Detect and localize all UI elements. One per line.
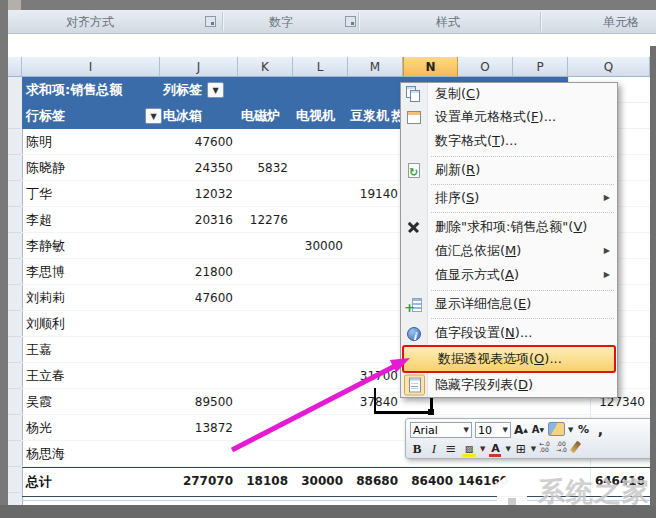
row-label[interactable]: 王立春 bbox=[22, 363, 160, 389]
menu-item-summarize-values-by[interactable]: 值汇总依据(M) bbox=[401, 239, 617, 263]
menu-item-number-format[interactable]: 数字格式(T)... bbox=[401, 129, 617, 153]
font-color-button[interactable]: A bbox=[488, 441, 502, 457]
cell-K[interactable] bbox=[238, 363, 293, 389]
cell-L[interactable] bbox=[293, 207, 348, 233]
center-align-button[interactable]: ≡ bbox=[444, 441, 458, 457]
accounting-format-button[interactable] bbox=[548, 422, 565, 438]
total-label[interactable]: 总计 bbox=[22, 468, 160, 495]
cell-M[interactable] bbox=[348, 415, 403, 441]
cell-M[interactable]: 19140 bbox=[348, 181, 403, 207]
decrease-decimal-button[interactable]: .00→.0 bbox=[556, 441, 570, 457]
row-label[interactable]: 李思博 bbox=[22, 259, 160, 285]
cell-M[interactable] bbox=[348, 337, 403, 363]
column-header-Q[interactable]: Q bbox=[568, 57, 650, 77]
cell-M[interactable] bbox=[348, 129, 403, 155]
cell-M[interactable] bbox=[348, 311, 403, 337]
italic-button[interactable]: I bbox=[427, 441, 441, 457]
cell-J[interactable]: 13872 bbox=[160, 415, 238, 441]
cell-J[interactable]: 12032 bbox=[160, 181, 238, 207]
dialog-launcher-icon[interactable] bbox=[205, 16, 216, 27]
cell-J[interactable] bbox=[160, 337, 238, 363]
row-label[interactable]: 陈晓静 bbox=[22, 155, 160, 181]
cell-K[interactable]: 12276 bbox=[238, 207, 293, 233]
cell-K[interactable] bbox=[238, 181, 293, 207]
cell-K[interactable] bbox=[238, 441, 293, 467]
cell-J[interactable] bbox=[160, 441, 238, 467]
total-cell-J[interactable]: 277070 bbox=[160, 468, 238, 495]
cell-K[interactable] bbox=[238, 259, 293, 285]
cell-L[interactable] bbox=[293, 285, 348, 311]
selection-fill-handle[interactable] bbox=[428, 409, 434, 415]
menu-item-delete-value-field[interactable]: 删除"求和项:销售总额"(V) bbox=[401, 215, 617, 239]
row-label[interactable]: 陈明 bbox=[22, 129, 160, 155]
cell-K[interactable] bbox=[238, 415, 293, 441]
select-all-stub[interactable] bbox=[8, 57, 22, 77]
cell-K[interactable] bbox=[238, 337, 293, 363]
column-header-L[interactable]: L bbox=[293, 57, 348, 77]
row-label[interactable]: 王嘉 bbox=[22, 337, 160, 363]
bold-button[interactable]: B bbox=[410, 441, 424, 457]
cell-J[interactable]: 47600 bbox=[160, 129, 238, 155]
cell-J[interactable] bbox=[160, 363, 238, 389]
menu-item-value-field-settings[interactable]: 值字段设置(N)... bbox=[401, 321, 617, 345]
column-header-M[interactable]: M bbox=[348, 57, 403, 77]
cell-J[interactable]: 89500 bbox=[160, 389, 238, 415]
menu-item-refresh[interactable]: 刷新(R) bbox=[401, 159, 617, 181]
cell-K[interactable] bbox=[238, 311, 293, 337]
row-label[interactable]: 丁华 bbox=[22, 181, 160, 207]
cell-L[interactable] bbox=[293, 415, 348, 441]
menu-item-show-details[interactable]: 显示详细信息(E) bbox=[401, 293, 617, 315]
chevron-down-icon[interactable]: ▼ bbox=[505, 445, 510, 453]
cell-L[interactable]: 30000 bbox=[293, 233, 348, 259]
dialog-launcher-icon[interactable] bbox=[345, 16, 356, 27]
row-label[interactable]: 吴霞 bbox=[22, 389, 160, 415]
total-cell-Q[interactable]: 646418 bbox=[568, 468, 650, 495]
menu-item-pivottable-options[interactable]: 数据透视表选项(O)... bbox=[402, 345, 616, 373]
cell-K[interactable] bbox=[238, 129, 293, 155]
chevron-down-icon[interactable]: ▼ bbox=[480, 445, 485, 453]
grow-font-button[interactable]: A▲ bbox=[514, 422, 528, 438]
cell-M[interactable]: 31700 bbox=[348, 363, 403, 389]
cell-M[interactable] bbox=[348, 259, 403, 285]
column-header-N-selected[interactable]: N bbox=[403, 57, 458, 77]
cell-L[interactable] bbox=[293, 311, 348, 337]
row-filter-dropdown[interactable]: ▼ bbox=[145, 108, 162, 124]
cell-M[interactable] bbox=[348, 207, 403, 233]
column-header-K[interactable]: K bbox=[238, 57, 293, 77]
column-header-J[interactable]: J bbox=[160, 57, 238, 77]
menu-item-copy[interactable]: 复制(C) bbox=[401, 83, 617, 105]
cell-J[interactable]: 21800 bbox=[160, 259, 238, 285]
cell-L[interactable] bbox=[293, 259, 348, 285]
fill-color-button[interactable]: ▨ bbox=[461, 441, 477, 457]
cell-K[interactable] bbox=[238, 285, 293, 311]
column-header-I[interactable]: I bbox=[22, 57, 160, 77]
borders-button[interactable]: ⊞ bbox=[514, 441, 528, 457]
cell-L[interactable] bbox=[293, 441, 348, 467]
cell-J[interactable]: 20316 bbox=[160, 207, 238, 233]
row-label[interactable]: 杨思海 bbox=[22, 441, 160, 467]
total-cell-O[interactable]: 146160 bbox=[458, 468, 513, 495]
row-label[interactable]: 刘莉莉 bbox=[22, 285, 160, 311]
cell-J[interactable]: 47600 bbox=[160, 285, 238, 311]
cell-M[interactable] bbox=[348, 233, 403, 259]
menu-item-format-cells[interactable]: 设置单元格格式(F)... bbox=[401, 105, 617, 129]
total-cell-M[interactable]: 88680 bbox=[348, 468, 403, 495]
cell-J[interactable]: 24350 bbox=[160, 155, 238, 181]
chevron-down-icon[interactable]: ▼ bbox=[568, 426, 573, 434]
total-cell-K[interactable]: 18108 bbox=[238, 468, 293, 495]
menu-item-hide-field-list[interactable]: 隐藏字段列表(D) bbox=[401, 373, 617, 397]
menu-item-show-values-as[interactable]: 值显示方式(A) bbox=[401, 263, 617, 287]
cell-L[interactable] bbox=[293, 155, 348, 181]
cell-M[interactable] bbox=[348, 285, 403, 311]
cell-J[interactable] bbox=[160, 233, 238, 259]
menu-item-sort[interactable]: 排序(S) bbox=[401, 187, 617, 209]
total-cell-L[interactable]: 30000 bbox=[293, 468, 348, 495]
cell-L[interactable] bbox=[293, 337, 348, 363]
cell-J[interactable] bbox=[160, 311, 238, 337]
row-label[interactable]: 刘顺利 bbox=[22, 311, 160, 337]
format-painter-button[interactable] bbox=[573, 441, 587, 457]
percent-style-button[interactable]: % bbox=[576, 422, 590, 438]
font-size-select[interactable]: 10▼ bbox=[475, 422, 511, 438]
increase-decimal-button[interactable]: ←.0.00 bbox=[539, 441, 553, 457]
cell-L[interactable] bbox=[293, 389, 348, 415]
